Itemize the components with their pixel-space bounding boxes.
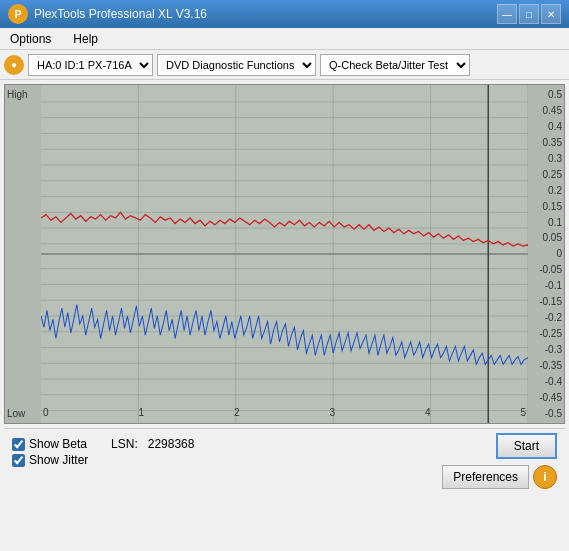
x-label-4: 4 bbox=[425, 407, 431, 423]
action-buttons-area: Start Preferences i bbox=[442, 433, 557, 489]
chart-label-low: Low bbox=[7, 408, 39, 419]
show-jitter-label: Show Jitter bbox=[29, 453, 88, 467]
main-content: High Low bbox=[0, 80, 569, 551]
chart-plot-area: 0 1 2 3 4 5 bbox=[41, 85, 528, 423]
drive-icon: ● bbox=[4, 55, 24, 75]
test-select[interactable]: Q-Check Beta/Jitter Test bbox=[320, 54, 470, 76]
show-jitter-checkbox[interactable] bbox=[12, 454, 25, 467]
lsn-value: 2298368 bbox=[148, 437, 195, 451]
maximize-button[interactable]: □ bbox=[519, 4, 539, 24]
menu-help[interactable]: Help bbox=[67, 30, 104, 48]
chart-label-high: High bbox=[7, 89, 39, 100]
show-beta-label: Show Beta bbox=[29, 437, 87, 451]
menu-options[interactable]: Options bbox=[4, 30, 57, 48]
app-icon: P bbox=[8, 4, 28, 24]
chart-area: High Low bbox=[4, 84, 565, 424]
preferences-button[interactable]: Preferences bbox=[442, 465, 529, 489]
x-label-0: 0 bbox=[43, 407, 49, 423]
start-button[interactable]: Start bbox=[496, 433, 557, 459]
x-axis-labels: 0 1 2 3 4 5 bbox=[41, 407, 528, 423]
toolbar: ● HA:0 ID:1 PX-716A DVD Diagnostic Funct… bbox=[0, 50, 569, 80]
x-label-2: 2 bbox=[234, 407, 240, 423]
x-label-3: 3 bbox=[329, 407, 335, 423]
minimize-button[interactable]: — bbox=[497, 4, 517, 24]
bottom-panel: Show Beta LSN: 2298368 Show Jitter Start… bbox=[4, 428, 565, 523]
function-select[interactable]: DVD Diagnostic Functions bbox=[157, 54, 316, 76]
close-button[interactable]: ✕ bbox=[541, 4, 561, 24]
title-bar-title: PlexTools Professional XL V3.16 bbox=[34, 7, 207, 21]
drive-select[interactable]: HA:0 ID:1 PX-716A bbox=[28, 54, 153, 76]
show-beta-checkbox[interactable] bbox=[12, 438, 25, 451]
title-bar: P PlexTools Professional XL V3.16 — □ ✕ bbox=[0, 0, 569, 28]
chart-right-axis: 0.5 0.45 0.4 0.35 0.3 0.25 0.2 0.15 0.1 … bbox=[528, 85, 564, 423]
x-label-5: 5 bbox=[520, 407, 526, 423]
lsn-label: LSN: bbox=[111, 437, 138, 451]
info-button[interactable]: i bbox=[533, 465, 557, 489]
menu-bar: Options Help bbox=[0, 28, 569, 50]
x-label-1: 1 bbox=[138, 407, 144, 423]
chart-left-axis: High Low bbox=[5, 85, 41, 423]
